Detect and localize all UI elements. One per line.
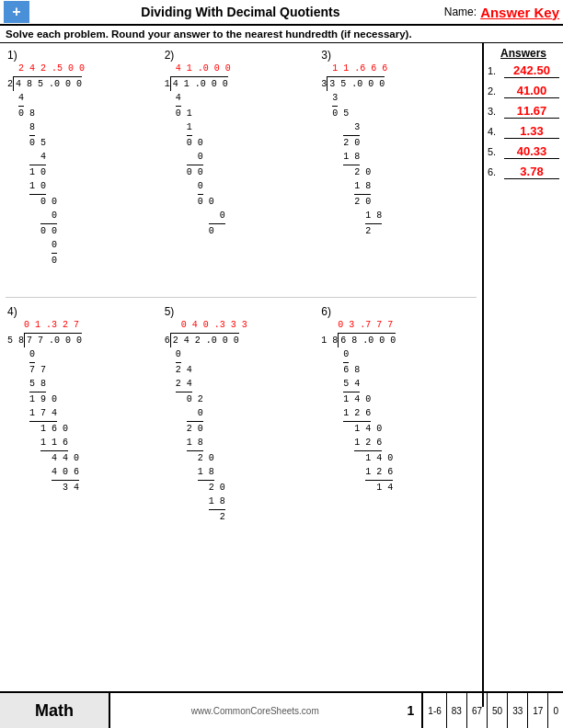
instructions: Solve each problem. Round your answer to… xyxy=(0,26,563,43)
footer-math-label: Math xyxy=(0,693,110,728)
answer-num-5: 5. xyxy=(488,146,504,157)
name-label: Name: xyxy=(444,6,477,18)
rating-83: 83 xyxy=(446,693,466,728)
page-footer: Math www.CommonCoreSheets.com 1 1-6 83 6… xyxy=(0,691,563,728)
answer-val-6: 3.78 xyxy=(504,165,559,179)
problem-4-number: 4) xyxy=(7,305,17,318)
answer-item-2: 2. 41.00 xyxy=(488,84,559,98)
rating-67: 67 xyxy=(466,693,487,728)
answer-sidebar: Answers 1. 242.50 2. 41.00 3. 11.67 4. 1… xyxy=(482,43,563,707)
answer-num-1: 1. xyxy=(488,65,504,76)
answer-item-4: 4. 1.33 xyxy=(488,124,559,139)
problem-6-work: 0 3 .7 7 7 1 86 8 .0 0 0 0 6 8 5 4 1 4 0… xyxy=(321,318,475,495)
answer-val-3: 11.67 xyxy=(504,104,559,119)
problem-3: 3) 1 1 .6 6 6 33 5 .0 0 0 3 0 5 3 2 0 1 … xyxy=(319,47,477,269)
problem-3-work: 1 1 .6 6 6 33 5 .0 0 0 3 0 5 3 2 0 1 8 2… xyxy=(321,62,475,238)
page-title: Dividing With Decimal Quotients xyxy=(37,5,444,19)
answer-val-1: 242.50 xyxy=(504,63,559,78)
problem-5-work: 0 4 0 .3 3 3 62 4 2 .0 0 0 0 2 4 2 4 0 2… xyxy=(165,318,318,524)
rating-label-box: 1-6 xyxy=(422,693,445,728)
rating-0: 0 xyxy=(547,693,563,728)
problem-2: 2) 4 1 .0 0 0 14 1 .0 0 0 4 0 1 1 0 0 0 … xyxy=(163,47,320,269)
problem-6-number: 6) xyxy=(321,305,331,318)
answer-val-5: 40.33 xyxy=(504,144,559,159)
answer-item-3: 3. 11.67 xyxy=(488,104,559,119)
problem-2-number: 2) xyxy=(165,49,175,62)
problem-1: 1) 2 4 2 .5 0 0 24 8 5 .0 0 0 4 0 8 8 0 … xyxy=(6,47,163,269)
problems-row-2: 4) 0 1 .3 2 7 5 87 7 .0 0 0 0 7 7 5 8 1 … xyxy=(6,303,477,526)
answer-num-6: 6. xyxy=(488,166,504,177)
rating-50: 50 xyxy=(487,693,507,728)
rating-range: 1-6 xyxy=(428,706,441,716)
problem-6: 6) 0 3 .7 7 7 1 86 8 .0 0 0 0 6 8 5 4 1 … xyxy=(319,303,477,526)
main-area: 1) 2 4 2 .5 0 0 24 8 5 .0 0 0 4 0 8 8 0 … xyxy=(0,43,563,707)
answer-key-label: Answer Key xyxy=(480,5,559,20)
problem-3-number: 3) xyxy=(321,49,331,62)
answer-val-4: 1.33 xyxy=(504,124,559,139)
problem-5-number: 5) xyxy=(165,305,175,318)
footer-ratings: 1-6 83 67 50 33 17 0 xyxy=(421,693,563,728)
rating-17: 17 xyxy=(527,693,547,728)
footer-url: www.CommonCoreSheets.com xyxy=(110,706,400,716)
problem-1-number: 1) xyxy=(7,49,17,62)
answer-item-5: 5. 40.33 xyxy=(488,144,559,159)
problem-5: 5) 0 4 0 .3 3 3 62 4 2 .0 0 0 0 2 4 2 4 … xyxy=(163,303,320,526)
problem-1-work: 2 4 2 .5 0 0 24 8 5 .0 0 0 4 0 8 8 0 5 4… xyxy=(7,62,161,267)
answer-item-6: 6. 3.78 xyxy=(488,165,559,179)
problem-4-work: 0 1 .3 2 7 5 87 7 .0 0 0 0 7 7 5 8 1 9 0… xyxy=(7,318,161,495)
problem-2-work: 4 1 .0 0 0 14 1 .0 0 0 4 0 1 1 0 0 0 0 0… xyxy=(165,62,318,238)
answer-num-3: 3. xyxy=(488,106,504,117)
logo-icon: + xyxy=(4,1,29,23)
problem-4: 4) 0 1 .3 2 7 5 87 7 .0 0 0 0 7 7 5 8 1 … xyxy=(6,303,163,526)
answer-val-2: 41.00 xyxy=(504,84,559,98)
problems-area: 1) 2 4 2 .5 0 0 24 8 5 .0 0 0 4 0 8 8 0 … xyxy=(0,43,482,707)
answers-title: Answers xyxy=(488,47,559,60)
footer-page-number: 1 xyxy=(400,703,422,718)
rating-33: 33 xyxy=(507,693,527,728)
answer-num-4: 4. xyxy=(488,126,504,137)
problems-row-1: 1) 2 4 2 .5 0 0 24 8 5 .0 0 0 4 0 8 8 0 … xyxy=(6,47,477,269)
answer-item-1: 1. 242.50 xyxy=(488,63,559,78)
answer-num-2: 2. xyxy=(488,85,504,97)
page-header: + Dividing With Decimal Quotients Name: … xyxy=(0,0,563,26)
